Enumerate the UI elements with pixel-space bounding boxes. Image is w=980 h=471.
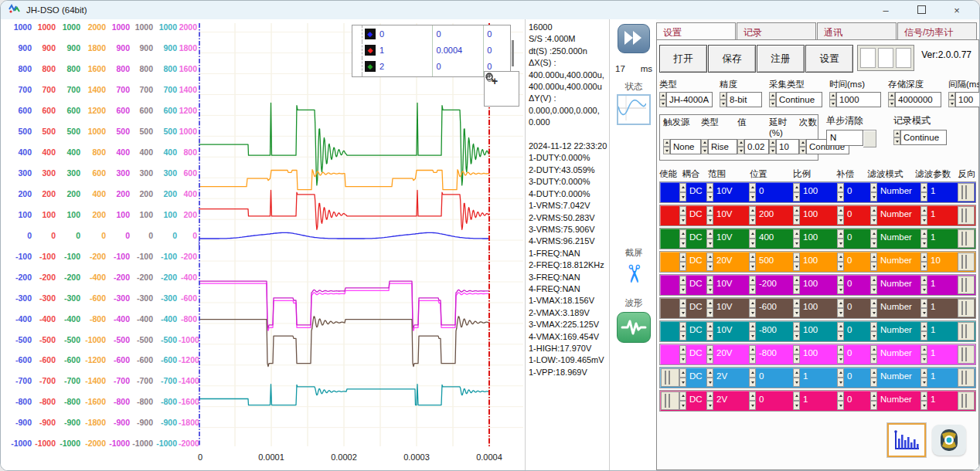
spinner-control[interactable] [679,206,686,225]
channel-coupling[interactable]: DC [686,391,706,410]
channel-reverse-toggle[interactable] [958,206,975,225]
spinner-control[interactable] [701,139,708,154]
spinner-control[interactable] [720,92,726,107]
channel-scale[interactable]: 100 [800,322,837,341]
channel-position[interactable]: 0 [756,368,793,387]
channel-scale[interactable]: 1 [800,368,837,387]
minimize-button[interactable]: – [868,5,903,16]
channel-reverse-toggle[interactable] [958,368,975,387]
legend-scrollbar[interactable] [512,40,514,66]
spinner-control[interactable] [679,229,686,248]
waveform-canvas[interactable] [199,23,523,446]
waveform-button[interactable] [617,312,651,343]
spinner-control[interactable] [679,183,686,202]
spinner-control[interactable] [749,252,756,271]
spinner-control[interactable] [706,368,713,387]
channel-filter-mode[interactable]: Number [877,368,920,387]
channel-position[interactable]: -600 [756,299,793,317]
channel-compensation[interactable]: 0 [844,206,870,225]
spinner-control[interactable] [679,322,686,341]
spinner-control[interactable] [920,206,927,225]
channel-enable[interactable] [661,345,679,364]
channel-coupling[interactable]: DC [686,322,706,341]
channel-range[interactable]: 10V [713,229,749,248]
spinner-control[interactable] [793,206,800,225]
spinner-control[interactable] [793,391,800,410]
spinner-control[interactable] [793,299,800,317]
channel-coupling[interactable]: DC [686,368,706,387]
status-chart-icon[interactable] [617,94,651,125]
channel-filter-param[interactable]: 1 [927,345,954,364]
spinner-control[interactable] [749,368,756,387]
channel-scale[interactable]: 100 [800,206,837,225]
channel-coupling[interactable]: DC [686,183,706,202]
channel-reverse-toggle[interactable] [958,229,975,248]
spinner-control[interactable] [837,368,844,387]
channel-range[interactable]: 2V [713,368,749,387]
legend-row[interactable]: ◆10.00040 [352,42,510,58]
spinner-control[interactable] [829,92,836,107]
spinner-control[interactable] [679,299,686,317]
histogram-button[interactable] [887,423,926,457]
step-clear-button[interactable] [863,130,876,147]
spinner-control[interactable] [870,206,877,225]
spinner-control[interactable] [870,183,877,202]
close-button[interactable]: × [939,5,975,16]
spinner-control[interactable] [679,276,686,294]
spinner-control[interactable] [793,322,800,341]
spinner-control[interactable] [920,229,927,248]
spinner-control[interactable] [920,183,927,202]
screenshot-scissors-icon[interactable]: ✂ [618,252,649,296]
channel-scale[interactable]: 100 [800,183,837,202]
channel-enable-toggle[interactable] [661,391,679,410]
spinner-control[interactable] [837,299,844,317]
spinner-control[interactable] [920,252,927,271]
channel-range[interactable]: 10V [713,206,749,225]
step-clear-field[interactable]: N [826,130,863,146]
spinner-control[interactable] [837,229,844,248]
channel-reverse-toggle[interactable] [958,299,975,317]
maximize-button[interactable] [903,5,939,16]
channel-scale[interactable]: 100 [800,276,837,294]
trace-legend[interactable]: ◆000◆10.00040◆200◆30.00040 [352,25,511,77]
channel-filter-param[interactable]: 1 [927,276,954,294]
channel-filter-mode[interactable]: Number [877,322,920,341]
channel-filter-param[interactable]: 1 [927,322,954,341]
spinner-control[interactable] [749,391,756,410]
spinner-control[interactable] [679,345,686,364]
spinner-control[interactable] [706,276,713,294]
channel-reverse-toggle[interactable] [958,183,975,202]
spinner-control[interactable] [793,183,800,202]
channel-position[interactable]: 400 [756,229,793,248]
spinner-control[interactable] [749,299,756,317]
tab-1[interactable]: 设置 [656,22,736,41]
spinner-control[interactable] [679,368,686,387]
spinner-control[interactable] [893,130,900,145]
spinner-control[interactable] [870,368,877,387]
channel-compensation[interactable]: 0 [844,229,870,248]
spinner-control[interactable] [799,139,806,154]
channel-compensation[interactable]: 0 [844,322,870,341]
channel-filter-param[interactable]: 1 [927,206,954,225]
channel-range[interactable]: 10V [713,322,749,341]
spinner-control[interactable] [793,345,800,364]
spinner-control[interactable] [920,299,927,317]
channel-enable[interactable] [661,206,679,225]
spinner-control[interactable] [749,229,756,248]
channel-position[interactable]: 0 [756,391,793,410]
spinner-control[interactable] [837,322,844,341]
spinner-control[interactable] [920,345,927,364]
spinner-control[interactable] [837,206,844,225]
spinner-control[interactable] [749,322,756,341]
tab-4[interactable]: 信号/功率计 [897,22,977,40]
channel-scale[interactable]: 100 [800,345,837,364]
channel-scale[interactable]: 100 [800,229,837,248]
field-value[interactable]: 8-bit [726,92,762,107]
field-value[interactable]: 1000 [836,92,881,107]
spinner-control[interactable] [706,345,713,364]
channel-range[interactable]: 10V [713,299,749,317]
spinner-control[interactable] [920,276,927,294]
spinner-control[interactable] [870,252,877,271]
spinner-control[interactable] [870,299,877,317]
trigger-field-3[interactable]: 0.02 [744,139,769,154]
